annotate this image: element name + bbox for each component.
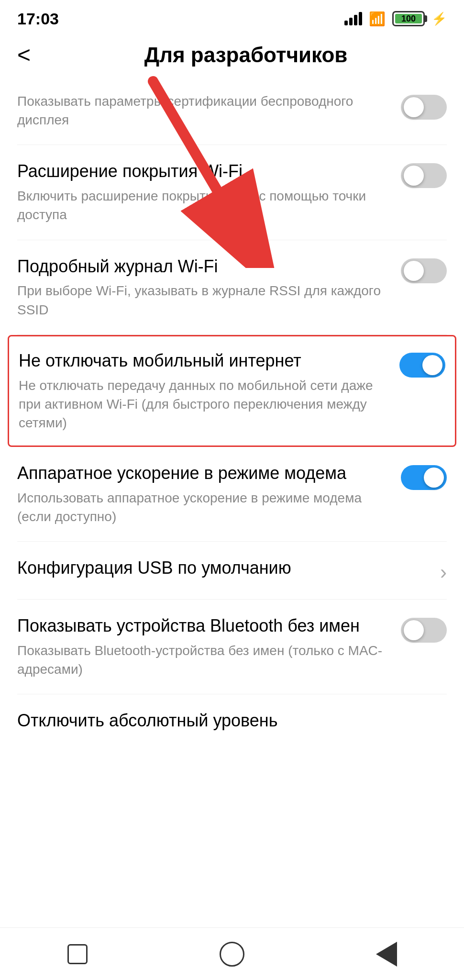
setting-usb-config[interactable]: Конфигурация USB по умолчанию ›: [17, 542, 447, 600]
toggle-knob: [404, 97, 424, 117]
toggle-wireless-display-cert[interactable]: [401, 95, 447, 120]
setting-wireless-display-cert: Показывать параметры сертификации беспро…: [17, 77, 447, 145]
top-nav: < Для разработчиков: [0, 33, 464, 77]
battery-icon: 100: [392, 11, 425, 26]
toggle-wifi-verbose[interactable]: [401, 258, 447, 283]
charging-icon: ⚡: [431, 11, 447, 26]
toggle-knob: [422, 355, 442, 375]
toggle-knob: [404, 166, 424, 186]
square-icon: [67, 944, 88, 964]
page-title: Для разработчиков: [45, 43, 447, 67]
setting-description: Показывать параметры сертификации беспро…: [17, 92, 387, 129]
setting-title: Аппаратное ускорение в режиме модема: [17, 462, 387, 485]
signal-icon: [344, 12, 362, 25]
toggle-hardware-accel-tethering[interactable]: [401, 465, 447, 490]
setting-text: Отключить абсолютный уровень: [17, 710, 447, 736]
setting-description: Включить расширение покрытия Wi-Fi с пом…: [17, 187, 387, 224]
setting-bluetooth-no-name: Показывать устройства Bluetooth без имен…: [17, 600, 447, 694]
chevron-right-icon: ›: [440, 561, 447, 584]
toggle-wifi-coverage[interactable]: [401, 163, 447, 188]
nav-recent-apps[interactable]: [61, 937, 94, 971]
toggle-knob: [424, 468, 444, 488]
toggle-bluetooth-no-name[interactable]: [401, 618, 447, 643]
nav-back[interactable]: [370, 937, 403, 971]
setting-text: Показывать устройства Bluetooth без имен…: [17, 615, 387, 679]
setting-text: Показывать параметры сертификации беспро…: [17, 92, 387, 129]
setting-abs-volume: Отключить абсолютный уровень: [17, 694, 447, 751]
status-icons: 📶 100 ⚡: [344, 11, 447, 27]
setting-description: При выборе Wi-Fi, указывать в журнале RS…: [17, 281, 387, 319]
battery-text: 100: [401, 14, 416, 24]
setting-mobile-data-always-on: Не отключать мобильный интернет Не отклю…: [8, 335, 456, 447]
toggle-knob: [404, 261, 424, 281]
nav-home[interactable]: [215, 937, 249, 971]
wifi-icon: 📶: [369, 11, 386, 27]
toggle-knob: [404, 620, 424, 640]
setting-hardware-accel-tethering: Аппаратное ускорение в режиме модема Исп…: [17, 447, 447, 542]
settings-content: Показывать параметры сертификации беспро…: [0, 77, 464, 809]
setting-title: Подробный журнал Wi-Fi: [17, 256, 387, 278]
setting-description: Не отключать передачу данных по мобильно…: [19, 376, 385, 433]
bottom-nav: [0, 927, 464, 980]
setting-text: Аппаратное ускорение в режиме модема Исп…: [17, 462, 387, 526]
toggle-mobile-data-always-on[interactable]: [399, 353, 445, 378]
setting-title: Показывать устройства Bluetooth без имен: [17, 615, 387, 637]
setting-title: Не отключать мобильный интернет: [19, 350, 385, 372]
setting-wifi-verbose: Подробный журнал Wi-Fi При выборе Wi-Fi,…: [17, 240, 447, 335]
circle-icon: [220, 942, 244, 967]
status-bar: 17:03 📶 100 ⚡: [0, 0, 464, 33]
settings-list: Показывать параметры сертификации беспро…: [0, 77, 464, 751]
setting-title: Расширение покрытия Wi-Fi: [17, 160, 387, 183]
setting-description: Использовать аппаратное ускорение в режи…: [17, 489, 387, 526]
setting-title: Отключить абсолютный уровень: [17, 710, 447, 732]
setting-description: Показывать Bluetooth-устройства без имен…: [17, 641, 387, 679]
setting-wifi-coverage: Расширение покрытия Wi-Fi Включить расши…: [17, 145, 447, 240]
setting-text: Расширение покрытия Wi-Fi Включить расши…: [17, 160, 387, 224]
status-time: 17:03: [17, 10, 59, 28]
setting-text: Не отключать мобильный интернет Не отклю…: [19, 350, 385, 432]
triangle-icon: [376, 942, 397, 967]
setting-text: Конфигурация USB по умолчанию: [17, 557, 426, 583]
back-button[interactable]: <: [17, 44, 31, 67]
setting-text: Подробный журнал Wi-Fi При выборе Wi-Fi,…: [17, 256, 387, 319]
setting-title: Конфигурация USB по умолчанию: [17, 557, 426, 579]
